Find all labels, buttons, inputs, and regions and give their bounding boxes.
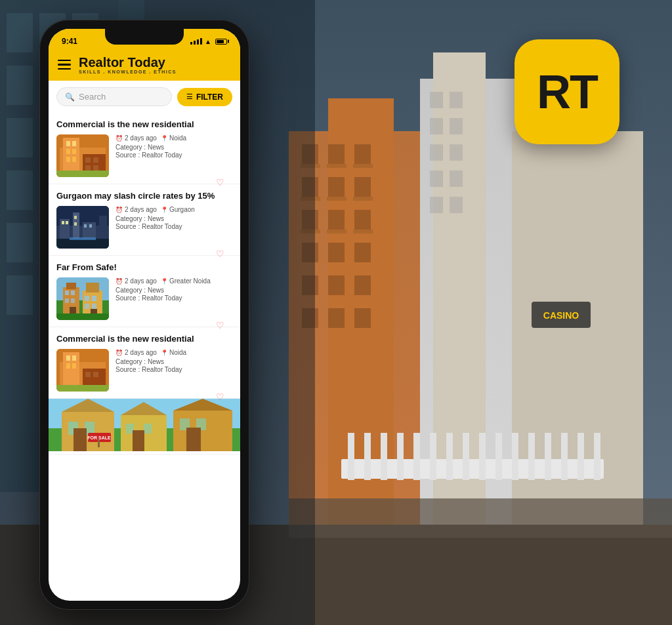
battery-icon xyxy=(215,39,227,45)
svg-rect-112 xyxy=(56,239,109,249)
svg-rect-39 xyxy=(328,308,345,328)
news-source: Source : Realtor Today xyxy=(116,366,232,373)
news-meta: ⏰ 2 days ago 📍 Gurgaon Category : News xyxy=(116,206,232,230)
svg-rect-36 xyxy=(328,275,345,295)
phone-notch xyxy=(105,29,184,45)
house-image: FOR SALE xyxy=(49,399,240,451)
news-location: Noida xyxy=(169,134,186,142)
news-meta: ⏰ 2 days ago 📍 Noida Category : News xyxy=(116,349,232,373)
svg-rect-72 xyxy=(479,433,486,480)
svg-rect-45 xyxy=(327,197,346,201)
svg-rect-108 xyxy=(74,216,77,219)
svg-rect-31 xyxy=(354,210,371,230)
news-item[interactable]: Commercial is the new residential xyxy=(49,113,240,184)
svg-rect-73 xyxy=(495,433,502,480)
filter-button[interactable]: ☰ FILTER xyxy=(177,88,232,106)
svg-rect-37 xyxy=(354,275,371,295)
svg-rect-107 xyxy=(66,221,68,224)
news-body: ⏰ 2 days ago 📍 Gurgaon Category : News xyxy=(56,206,232,249)
svg-rect-49 xyxy=(353,230,373,233)
search-placeholder: Search xyxy=(79,92,106,102)
svg-rect-120 xyxy=(65,291,69,295)
svg-rect-113 xyxy=(70,237,96,240)
clock-icon: ⏰ xyxy=(116,278,123,285)
time-badge: ⏰ 2 days ago xyxy=(116,206,157,213)
app-title: Realtor Today xyxy=(79,55,177,70)
svg-rect-64 xyxy=(348,433,354,480)
clock-icon: ⏰ xyxy=(116,350,123,356)
svg-rect-122 xyxy=(65,298,69,303)
svg-rect-56 xyxy=(450,118,463,134)
thumb-image xyxy=(56,277,109,320)
svg-rect-74 xyxy=(512,433,518,480)
svg-rect-48 xyxy=(327,230,346,233)
pin-icon: 📍 xyxy=(161,278,168,285)
news-category: Category : News xyxy=(116,287,232,294)
clock-icon: ⏰ xyxy=(116,135,123,142)
news-thumbnail xyxy=(56,206,109,249)
news-body: ⏰ 2 days ago 📍 Noida Category : News xyxy=(56,134,232,177)
news-item-image[interactable]: FOR SALE xyxy=(49,399,240,454)
svg-rect-76 xyxy=(545,433,551,480)
svg-rect-27 xyxy=(328,177,345,197)
news-time: 2 days ago xyxy=(125,349,157,356)
pin-icon: 📍 xyxy=(161,350,168,356)
svg-rect-71 xyxy=(463,433,469,480)
news-item[interactable]: Far From Safe! xyxy=(49,256,240,327)
svg-rect-24 xyxy=(328,144,345,164)
heart-button[interactable]: ♡ xyxy=(216,320,224,331)
svg-rect-62 xyxy=(450,197,463,213)
news-body: ⏰ 2 days ago 📍 Noida Category : News xyxy=(56,349,232,392)
svg-rect-43 xyxy=(353,164,373,168)
heart-button[interactable]: ♡ xyxy=(216,177,224,188)
heart-button[interactable]: ♡ xyxy=(216,249,224,259)
time-badge: ⏰ 2 days ago xyxy=(116,349,157,356)
svg-rect-127 xyxy=(92,304,96,309)
news-meta: ⏰ 2 days ago 📍 Noida Category : News xyxy=(116,134,232,159)
news-location: Greater Noida xyxy=(169,277,211,285)
svg-rect-67 xyxy=(397,433,404,480)
search-bar-container: 🔍 Search ☰ FILTER xyxy=(49,81,240,113)
svg-rect-33 xyxy=(328,243,345,262)
svg-rect-97 xyxy=(85,165,91,171)
news-location: Noida xyxy=(169,349,186,356)
svg-rect-109 xyxy=(74,222,77,226)
app-icon-text: RT xyxy=(537,65,597,119)
svg-rect-77 xyxy=(561,433,568,480)
wifi-icon: ▲ xyxy=(205,38,211,45)
svg-rect-65 xyxy=(364,433,371,480)
svg-rect-70 xyxy=(446,433,453,480)
time-badge: ⏰ 2 days ago xyxy=(116,134,157,142)
svg-rect-106 xyxy=(62,221,64,224)
loc-badge: 📍 Gurgaon xyxy=(161,206,195,213)
svg-rect-78 xyxy=(578,433,584,480)
svg-rect-134 xyxy=(66,355,70,361)
svg-rect-125 xyxy=(92,296,96,301)
svg-rect-153 xyxy=(133,430,144,451)
news-item[interactable]: Commercial is the new residential xyxy=(49,327,240,399)
svg-rect-124 xyxy=(85,296,89,301)
app-subtitle: SKILLS . KNOWLEDGE . ETHICS xyxy=(79,70,177,74)
news-item[interactable]: Gurgaon may slash circle rates by 15% xyxy=(49,184,240,256)
svg-rect-161 xyxy=(98,439,100,447)
svg-rect-158 xyxy=(186,428,201,451)
header-title-block: Realtor Today SKILLS . KNOWLEDGE . ETHIC… xyxy=(79,55,177,74)
svg-rect-136 xyxy=(66,363,70,369)
svg-rect-93 xyxy=(72,157,76,162)
search-input-wrap[interactable]: 🔍 Search xyxy=(56,87,172,106)
heart-button[interactable]: ♡ xyxy=(216,392,224,402)
news-time: 2 days ago xyxy=(125,277,157,285)
svg-rect-59 xyxy=(430,171,443,187)
svg-rect-152 xyxy=(144,424,152,433)
svg-rect-60 xyxy=(450,171,463,187)
signal-icon xyxy=(190,38,202,45)
news-thumbnail xyxy=(56,349,109,392)
svg-rect-90 xyxy=(66,149,70,154)
svg-rect-99 xyxy=(56,171,109,177)
hamburger-menu[interactable] xyxy=(58,60,71,70)
svg-rect-95 xyxy=(85,157,91,163)
svg-rect-121 xyxy=(71,291,75,295)
svg-rect-30 xyxy=(328,210,345,230)
svg-rect-135 xyxy=(72,355,76,361)
svg-rect-141 xyxy=(56,385,109,392)
